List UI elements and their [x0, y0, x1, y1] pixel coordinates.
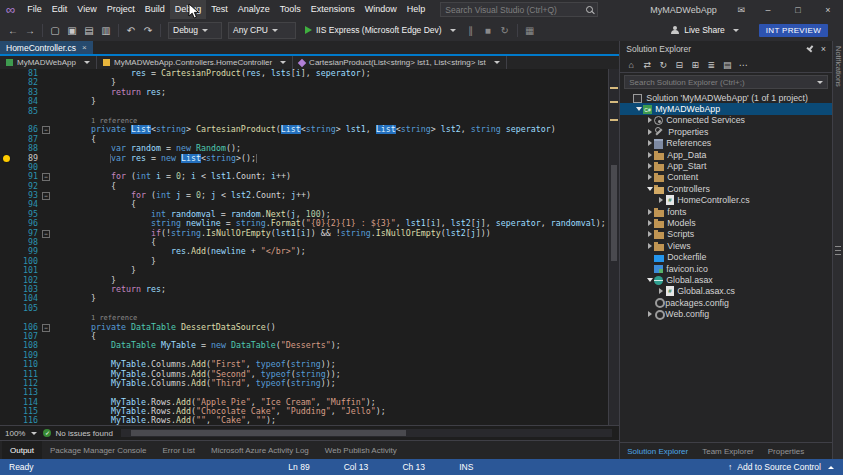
test-explorer-icon[interactable]: ▦	[522, 22, 538, 38]
maximize-button[interactable]: □	[783, 0, 813, 19]
redo-icon[interactable]: ↷	[140, 22, 156, 38]
quick-search-input[interactable]: Search Visual Studio (Ctrl+Q)	[440, 2, 598, 17]
expander-right-icon[interactable]	[645, 129, 654, 135]
code-editor[interactable]: 81 res = CartesianProduct(res, lsts[i], …	[0, 69, 619, 425]
scrollbar-thumb[interactable]	[131, 430, 406, 436]
panel-tab-error-list[interactable]: Error List	[155, 441, 203, 459]
view-code-icon[interactable]: ▤	[720, 58, 734, 71]
code-lines[interactable]: 81 res = CartesianProduct(res, lsts[i], …	[0, 69, 608, 425]
tree-item-solution-mymadwebapp-1-of-1-project[interactable]: Solution 'MyMADWebApp' (1 of 1 project)	[620, 92, 832, 103]
send-feedback-icon[interactable]: ✉	[729, 5, 753, 15]
tree-item-views[interactable]: Views	[620, 240, 832, 251]
lightbulb-icon[interactable]	[3, 155, 10, 162]
close-icon[interactable]: ×	[821, 44, 826, 54]
fold-marker-icon[interactable]: −	[42, 126, 50, 134]
new-file-icon[interactable]: ▢	[47, 22, 63, 38]
nav-forward-icon[interactable]: →	[22, 22, 38, 38]
solution-configurations-dropdown[interactable]: Debug	[168, 22, 222, 39]
panel-tab-microsoft-azure-activity-log[interactable]: Microsoft Azure Activity Log	[203, 441, 317, 459]
tab-homecontroller-cs[interactable]: HomeController.cs ×	[0, 41, 93, 54]
vertical-scrollbar[interactable]	[608, 69, 619, 425]
tool-tab-properties[interactable]: Properties	[761, 447, 811, 456]
codelens-references[interactable]: 1 reference	[91, 314, 137, 322]
pin-icon[interactable]	[804, 43, 815, 54]
menu-project[interactable]: Project	[102, 0, 140, 19]
tree-item-app-start[interactable]: App_Start	[620, 160, 832, 171]
fold-marker-icon[interactable]: −	[42, 324, 50, 332]
expander-down-icon[interactable]	[645, 187, 654, 191]
expander-right-icon[interactable]	[645, 311, 654, 317]
start-debugging-button[interactable]: IIS Express (Microsoft Edge Dev)	[300, 21, 461, 39]
tab-close-icon[interactable]: ×	[82, 43, 87, 52]
expander-down-icon[interactable]	[634, 107, 643, 111]
horizontal-scrollbar[interactable]	[121, 429, 612, 437]
menu-build[interactable]: Build	[140, 0, 170, 19]
collapse-all-icon[interactable]: ⊟	[672, 58, 686, 71]
expander-right-icon[interactable]	[656, 197, 665, 203]
expander-right-icon[interactable]	[645, 152, 654, 158]
solution-search-input[interactable]: Search Solution Explorer (Ctrl+;)	[624, 75, 828, 89]
fold-marker-icon[interactable]: −	[42, 192, 50, 200]
expander-right-icon[interactable]	[645, 140, 654, 146]
tree-item-homecontroller-cs[interactable]: HomeController.cs	[620, 195, 832, 206]
show-all-files-icon[interactable]: ⊞	[688, 58, 702, 71]
expander-right-icon[interactable]	[656, 288, 665, 294]
expander-down-icon[interactable]	[645, 278, 654, 282]
tree-item-controllers[interactable]: Controllers	[620, 183, 832, 194]
properties-icon[interactable]: ≣	[704, 58, 718, 71]
expander-right-icon[interactable]	[645, 243, 654, 249]
menu-window[interactable]: Window	[360, 0, 402, 19]
tool-tab-team-explorer[interactable]: Team Explorer	[695, 447, 761, 456]
panel-tab-package-manager-console[interactable]: Package Manager Console	[42, 441, 155, 459]
code-health-indicator[interactable]: ✓ No issues found	[43, 429, 112, 438]
tree-item-web-config[interactable]: Web.config	[620, 308, 832, 319]
expander-right-icon[interactable]	[645, 163, 654, 169]
undo-icon[interactable]: ↶	[123, 22, 139, 38]
switch-views-icon[interactable]: ⌂	[624, 58, 638, 71]
menu-edit[interactable]: Edit	[47, 0, 73, 19]
panel-tab-web-publish-activity[interactable]: Web Publish Activity	[317, 441, 405, 459]
tree-item-app-data[interactable]: App_Data	[620, 149, 832, 160]
tree-item-models[interactable]: Models	[620, 217, 832, 228]
tree-item-properties[interactable]: Properties	[620, 126, 832, 137]
menu-file[interactable]: File	[22, 0, 47, 19]
tree-item-fonts[interactable]: fonts	[620, 206, 832, 217]
tree-item-dockerfile[interactable]: Dockerfile	[620, 251, 832, 262]
expander-right-icon[interactable]	[645, 231, 654, 237]
codelens-references[interactable]: 1 reference	[91, 117, 137, 125]
fold-marker-icon[interactable]: −	[42, 173, 50, 181]
live-share-button[interactable]: Live Share	[667, 25, 743, 35]
sync-active-document-icon[interactable]: ⇄	[640, 58, 654, 71]
tree-item-global-asax[interactable]: Global.asax	[620, 274, 832, 285]
menu-test[interactable]: Test	[206, 0, 233, 19]
stop-debugging-icon[interactable]: ■	[480, 22, 496, 38]
solution-platforms-dropdown[interactable]: Any CPU	[228, 22, 296, 39]
close-button[interactable]: ×	[813, 0, 843, 19]
expander-right-icon[interactable]	[645, 174, 654, 180]
breadcrumb-project-dropdown[interactable]: MyMADWebApp	[0, 56, 97, 69]
zoom-control[interactable]: 100%	[5, 429, 37, 438]
break-all-icon[interactable]: ∥	[463, 22, 479, 38]
menu-debug[interactable]: Debug	[170, 0, 207, 19]
expander-right-icon[interactable]	[645, 117, 654, 123]
menu-analyze[interactable]: Analyze	[233, 0, 275, 19]
scrollbar-thumb[interactable]	[611, 165, 617, 261]
menu-help[interactable]: Help	[402, 0, 431, 19]
menu-extensions[interactable]: Extensions	[306, 0, 360, 19]
tree-item-favicon-ico[interactable]: favicon.ico	[620, 263, 832, 274]
tree-item-content[interactable]: Content	[620, 172, 832, 183]
tree-item-references[interactable]: References	[620, 138, 832, 149]
tree-item-packages-config[interactable]: packages.config	[620, 297, 832, 308]
expander-right-icon[interactable]	[645, 209, 654, 215]
tree-item-mymadwebapp[interactable]: MyMADWebApp	[620, 103, 832, 114]
more-options-icon[interactable]: ⋯	[736, 58, 750, 71]
expander-right-icon[interactable]	[645, 220, 654, 226]
notifications-tab[interactable]: Notifications	[834, 46, 843, 87]
restart-icon[interactable]: ↻	[497, 22, 513, 38]
breadcrumb-type-dropdown[interactable]: MyMADWebApp.Controllers.HomeController	[97, 56, 293, 69]
minimize-button[interactable]: –	[753, 0, 783, 19]
add-to-source-control-button[interactable]: ↑ Add to Source Control	[728, 462, 834, 472]
menu-tools[interactable]: Tools	[275, 0, 306, 19]
panel-tab-output[interactable]: Output	[2, 441, 42, 459]
save-icon[interactable]: ▤	[81, 22, 97, 38]
